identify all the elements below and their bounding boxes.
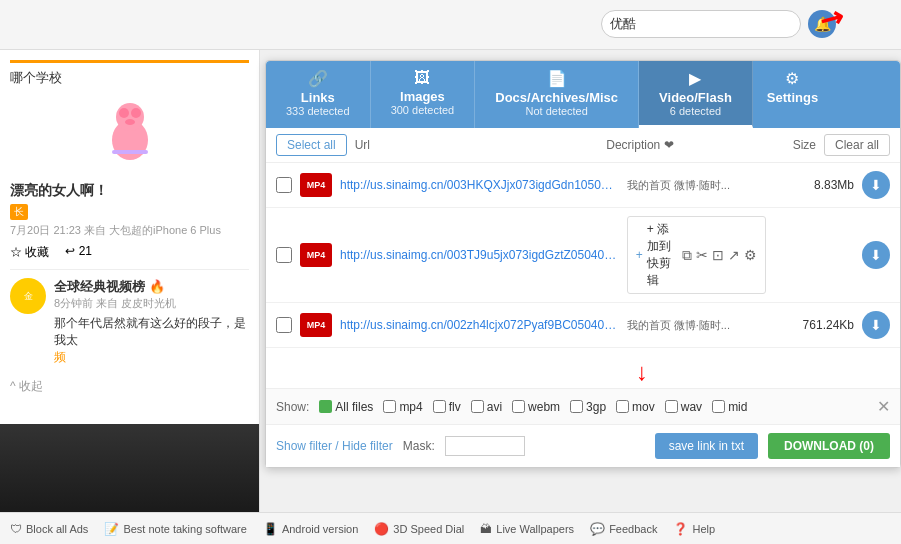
row-checkbox-3[interactable]	[276, 317, 292, 333]
webm-check[interactable]	[512, 400, 525, 413]
file-desc-1: 我的首页 微博·随时...	[627, 178, 766, 193]
wallpapers-text[interactable]: Live Wallpapers	[496, 523, 574, 535]
flv-label[interactable]: flv	[449, 400, 461, 414]
red-arrow-filter: ↓	[636, 358, 648, 386]
file-list-toolbar: Select all Url Decription ❤ Size Clear a…	[266, 128, 900, 163]
mask-input[interactable]	[445, 436, 525, 456]
video-content: 全球经典视频榜 🔥 8分钟前 来自 皮皮时光机 那个年代居然就有这么好的段子，是…	[54, 278, 249, 366]
file-url-3[interactable]: http://us.sinaimg.cn/002zh4lcjx072Pyaf9B…	[340, 318, 619, 332]
wav-check[interactable]	[665, 400, 678, 413]
webm-label[interactable]: webm	[528, 400, 560, 414]
tab-video[interactable]: ▶ Video/Flash 6 detected	[639, 61, 753, 128]
quick-cut-bar: + + 添加到快剪辑 ⧉ ✂ ⊡ ↗ ⚙	[627, 216, 766, 294]
bell-icon[interactable]: 🔔	[808, 10, 836, 38]
help-text[interactable]: Help	[692, 523, 715, 535]
show-label: Show:	[276, 400, 309, 414]
block-ads-text[interactable]: Block all Ads	[26, 523, 88, 535]
mid-check[interactable]	[712, 400, 725, 413]
fold-text[interactable]: ^ 收起	[10, 378, 249, 395]
flv-check[interactable]	[433, 400, 446, 413]
desc-column-header: Decription ❤	[606, 138, 728, 152]
footer-help[interactable]: ❓ Help	[673, 522, 715, 536]
address-bar[interactable]: 优酷	[601, 10, 801, 38]
filter-mid: mid	[712, 400, 747, 414]
video-link[interactable]: 频	[54, 350, 66, 364]
wav-label[interactable]: wav	[681, 400, 702, 414]
row-checkbox-2[interactable]	[276, 247, 292, 263]
filter-mov: mov	[616, 400, 655, 414]
download-panel: 🔗 Links 333 detected 🖼 Images 300 detect…	[265, 60, 901, 468]
tab-settings[interactable]: ⚙ Settings	[753, 61, 832, 128]
3gp-label[interactable]: 3gp	[586, 400, 606, 414]
clear-all-button[interactable]: Clear all	[824, 134, 890, 156]
mp4-check[interactable]	[383, 400, 396, 413]
footer-android[interactable]: 📱 Android version	[263, 522, 358, 536]
table-row: MP4 http://us.sinaimg.cn/002zh4lcjx072Py…	[266, 303, 900, 348]
config-icon[interactable]: ⚙	[744, 247, 757, 263]
download-btn-1[interactable]: ⬇	[862, 171, 890, 199]
footer-speed-dial[interactable]: 🔴 3D Speed Dial	[374, 522, 464, 536]
bottom-bar: Show filter / Hide filter Mask: save lin…	[266, 424, 900, 467]
feedback-icon: 💬	[590, 522, 605, 536]
file-url-1[interactable]: http://us.sinaimg.cn/003HKQXJjx073igdGdn…	[340, 178, 619, 192]
filter-avi: avi	[471, 400, 502, 414]
video-avatar: 金	[10, 278, 46, 314]
pink-figure	[10, 95, 249, 168]
mp4-label[interactable]: mp4	[399, 400, 422, 414]
svg-point-2	[119, 108, 129, 118]
plus-icon: +	[636, 248, 643, 262]
share-action[interactable]: ↩ 21	[65, 244, 92, 261]
speed-dial-text[interactable]: 3D Speed Dial	[393, 523, 464, 535]
video-desc: 那个年代居然就有这么好的段子，是我太	[54, 315, 249, 349]
tab-images[interactable]: 🖼 Images 300 detected	[371, 61, 476, 128]
android-icon: 📱	[263, 522, 278, 536]
size-column-header: Size	[736, 138, 816, 152]
feedback-text[interactable]: Feedback	[609, 523, 657, 535]
tab-links[interactable]: 🔗 Links 333 detected	[266, 61, 371, 128]
video-meta: 8分钟前 来自 皮皮时光机	[54, 296, 249, 311]
footer-best-note[interactable]: 📝 Best note taking software	[104, 522, 247, 536]
favorite-action[interactable]: ☆ 收藏	[10, 244, 49, 261]
images-icon: 🖼	[414, 69, 430, 87]
download-btn-3[interactable]: ⬇	[862, 311, 890, 339]
select-all-button[interactable]: Select all	[276, 134, 347, 156]
share-out-icon[interactable]: ↗	[728, 247, 740, 263]
3gp-check[interactable]	[570, 400, 583, 413]
crop-icon[interactable]: ⊡	[712, 247, 724, 263]
filter-all-files: All files	[319, 400, 373, 414]
quick-cut-label[interactable]: + 添加到快剪辑	[647, 221, 678, 289]
tab-docs[interactable]: 📄 Docs/Archives/Misc Not detected	[475, 61, 639, 128]
filter-mp4: mp4	[383, 400, 422, 414]
show-filter-link[interactable]: Show filter / Hide filter	[276, 439, 393, 453]
filter-flv: flv	[433, 400, 461, 414]
copy-icon[interactable]: ⧉	[682, 247, 692, 264]
file-url-2[interactable]: http://us.sinaimg.cn/003TJ9u5jx073igdGzt…	[340, 248, 619, 262]
heart-icon: ❤	[664, 138, 674, 152]
all-files-check[interactable]	[319, 400, 332, 413]
download-main-button[interactable]: DOWNLOAD (0)	[768, 433, 890, 459]
video-title: 全球经典视频榜 🔥	[54, 278, 249, 296]
scissors-icon[interactable]: ✂	[696, 247, 708, 263]
svg-rect-5	[112, 150, 148, 154]
best-note-text[interactable]: Best note taking software	[123, 523, 247, 535]
all-files-label[interactable]: All files	[335, 400, 373, 414]
avi-check[interactable]	[471, 400, 484, 413]
download-btn-2[interactable]: ⬇	[862, 241, 890, 269]
footer-feedback[interactable]: 💬 Feedback	[590, 522, 657, 536]
row-checkbox-1[interactable]	[276, 177, 292, 193]
mov-label[interactable]: mov	[632, 400, 655, 414]
android-text[interactable]: Android version	[282, 523, 358, 535]
avi-label[interactable]: avi	[487, 400, 502, 414]
school-text: 哪个学校	[10, 69, 249, 87]
mov-check[interactable]	[616, 400, 629, 413]
filter-webm: webm	[512, 400, 560, 414]
mid-label[interactable]: mid	[728, 400, 747, 414]
footer-block-ads[interactable]: 🛡 Block all Ads	[10, 522, 88, 536]
note-icon: 📝	[104, 522, 119, 536]
svg-point-1	[116, 103, 144, 131]
save-link-button[interactable]: save link in txt	[655, 433, 758, 459]
video-flash-icon: ▶	[689, 69, 701, 88]
footer-wallpapers[interactable]: 🏔 Live Wallpapers	[480, 522, 574, 536]
filter-bar: Show: All files mp4 flv avi webm 3gp	[266, 388, 900, 424]
close-filter-button[interactable]: ✕	[877, 397, 890, 416]
